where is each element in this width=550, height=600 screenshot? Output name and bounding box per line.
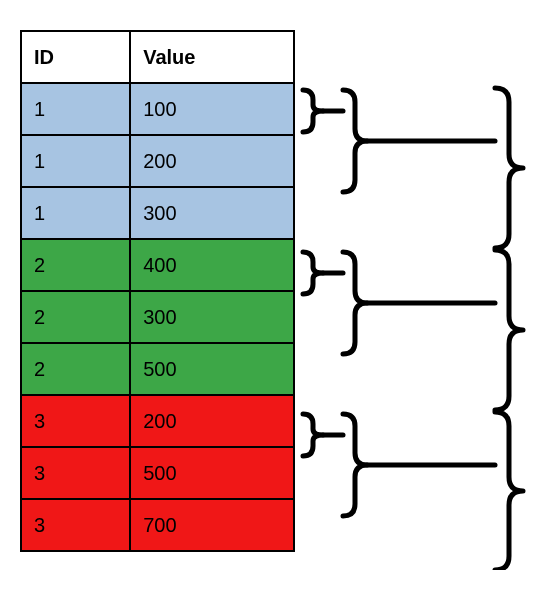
table-row: 2 300 (21, 291, 294, 343)
brace-icon (495, 88, 523, 248)
table-row: 1 200 (21, 135, 294, 187)
cell-value: 200 (130, 135, 294, 187)
brace-icon (303, 90, 323, 132)
cell-id: 3 (21, 395, 130, 447)
cell-value: 500 (130, 343, 294, 395)
table-row: 1 300 (21, 187, 294, 239)
table-header-row: ID Value (21, 31, 294, 83)
header-value: Value (130, 31, 294, 83)
table-row: 3 500 (21, 447, 294, 499)
cell-id: 1 (21, 187, 130, 239)
brace-icon (303, 414, 323, 456)
cell-value: 200 (130, 395, 294, 447)
table-row: 3 700 (21, 499, 294, 551)
cell-id: 3 (21, 447, 130, 499)
table-row: 2 400 (21, 239, 294, 291)
brace-icon (343, 90, 367, 192)
cell-id: 1 (21, 135, 130, 187)
cell-id: 1 (21, 83, 130, 135)
grouping-braces (295, 30, 535, 570)
brace-icon (343, 252, 367, 354)
brace-icon (495, 250, 523, 410)
table-row: 3 200 (21, 395, 294, 447)
cell-id: 2 (21, 291, 130, 343)
brace-icon (495, 412, 523, 570)
cell-id: 2 (21, 343, 130, 395)
brace-icon (343, 414, 367, 516)
cell-value: 100 (130, 83, 294, 135)
cell-id: 2 (21, 239, 130, 291)
cell-value: 400 (130, 239, 294, 291)
cell-value: 300 (130, 291, 294, 343)
brace-icon (303, 252, 323, 294)
cell-value: 700 (130, 499, 294, 551)
data-table: ID Value 1 100 1 200 1 300 2 400 2 300 2… (20, 30, 295, 552)
cell-value: 500 (130, 447, 294, 499)
cell-id: 3 (21, 499, 130, 551)
cell-value: 300 (130, 187, 294, 239)
table-row: 2 500 (21, 343, 294, 395)
table-row: 1 100 (21, 83, 294, 135)
header-id: ID (21, 31, 130, 83)
